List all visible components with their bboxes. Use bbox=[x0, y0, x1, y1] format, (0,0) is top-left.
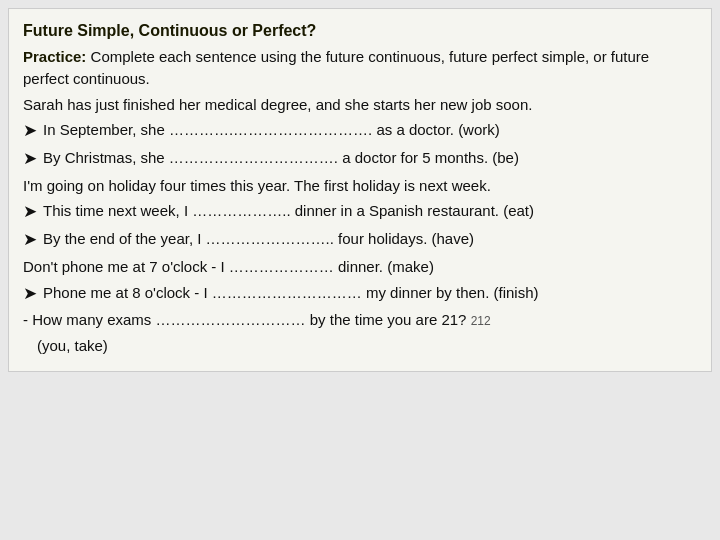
bullet-text-3: This time next week, I ……………….. dinner i… bbox=[43, 200, 697, 222]
content-box: Future Simple, Continuous or Perfect? Pr… bbox=[8, 8, 712, 372]
list-item: ➤ Phone me at 8 o'clock - I ………………………… m… bbox=[23, 282, 697, 307]
bullet-text-5: Phone me at 8 o'clock - I ………………………… my … bbox=[43, 282, 697, 304]
bullet-text-1: In September, she ………….………………………. as a d… bbox=[43, 119, 697, 141]
practice-instruction: Complete each sentence using the future … bbox=[23, 48, 649, 87]
list-item: ➤ By the end of the year, I …………………….. f… bbox=[23, 228, 697, 253]
practice-paragraph: Practice: Complete each sentence using t… bbox=[23, 46, 697, 90]
how-many-text: - How many exams ………………………… by the time … bbox=[23, 311, 466, 328]
bullet-icon: ➤ bbox=[23, 147, 37, 172]
bullet-text-2: By Christmas, she ……………………………. a doctor … bbox=[43, 147, 697, 169]
bullet-icon: ➤ bbox=[23, 228, 37, 253]
paragraph-holiday: I'm going on holiday four times this yea… bbox=[23, 175, 697, 197]
list-item: ➤ In September, she ………….………………………. as a… bbox=[23, 119, 697, 144]
bullet-icon: ➤ bbox=[23, 282, 37, 307]
paragraph-sarah: Sarah has just finished her medical degr… bbox=[23, 94, 697, 116]
bullet-icon: ➤ bbox=[23, 200, 37, 225]
paragraph-how-many: - How many exams ………………………… by the time … bbox=[23, 309, 697, 331]
paragraph-you-take: (you, take) bbox=[23, 335, 697, 357]
page-title: Future Simple, Continuous or Perfect? bbox=[23, 19, 697, 42]
list-item: ➤ By Christmas, she ……………………………. a docto… bbox=[23, 147, 697, 172]
list-item: ➤ This time next week, I ……………….. dinner… bbox=[23, 200, 697, 225]
bullet-text-4: By the end of the year, I …………………….. fou… bbox=[43, 228, 697, 250]
practice-label: Practice: bbox=[23, 48, 86, 65]
page-number: 212 bbox=[471, 314, 491, 328]
bullet-icon: ➤ bbox=[23, 119, 37, 144]
paragraph-dont-phone: Don't phone me at 7 o'clock - I ………………… … bbox=[23, 256, 697, 278]
